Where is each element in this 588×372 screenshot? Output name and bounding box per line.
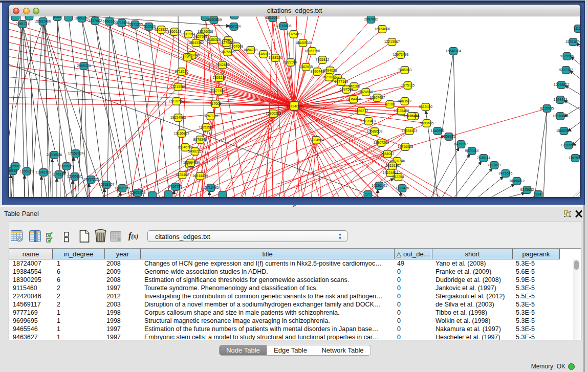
svg-text:18807249: 18807249	[374, 141, 389, 144]
svg-text:21364436: 21364436	[346, 97, 362, 101]
svg-text:16648784: 16648784	[446, 49, 462, 53]
svg-text:16120746: 16120746	[389, 159, 405, 163]
svg-text:746266: 746266	[349, 84, 360, 88]
svg-text:924: 924	[535, 192, 541, 196]
svg-text:10654112: 10654112	[509, 179, 525, 183]
svg-text:16671355: 16671355	[127, 23, 143, 26]
svg-text:7625402: 7625402	[176, 173, 189, 177]
svg-text:16046788: 16046788	[178, 145, 193, 149]
svg-text:417006: 417006	[210, 102, 222, 105]
svg-text:19654923: 19654923	[402, 129, 418, 133]
svg-text:17016504: 17016504	[561, 143, 577, 147]
svg-text:6497508: 6497508	[340, 87, 354, 91]
svg-text:8813054: 8813054	[266, 16, 280, 19]
svg-text:8427552: 8427552	[212, 89, 226, 93]
svg-text:8186328: 8186328	[207, 38, 221, 41]
svg-text:1362615: 1362615	[299, 65, 313, 69]
svg-text:1733426: 1733426	[396, 186, 409, 190]
svg-text:19166827: 19166827	[174, 132, 190, 135]
svg-text:17957223: 17957223	[83, 178, 99, 181]
svg-text:12942737: 12942737	[36, 170, 52, 174]
svg-text:2055721: 2055721	[16, 22, 30, 26]
svg-text:7955812: 7955812	[316, 58, 330, 61]
svg-text:14136141: 14136141	[372, 184, 387, 187]
svg-text:12923468: 12923468	[130, 191, 146, 194]
svg-text:11353594: 11353594	[199, 125, 214, 129]
svg-text:19756928: 19756928	[398, 145, 413, 148]
svg-text:4557: 4557	[334, 76, 341, 80]
svg-text:3024554: 3024554	[359, 90, 373, 94]
svg-text:8860128: 8860128	[168, 30, 182, 33]
svg-text:9474444: 9474444	[465, 149, 479, 152]
svg-text:171: 171	[365, 192, 371, 196]
svg-text:39159: 39159	[9, 169, 18, 172]
svg-text:11325419: 11325419	[286, 32, 301, 36]
svg-text:185061: 185061	[10, 164, 21, 168]
svg-text:1167533: 1167533	[569, 156, 580, 160]
svg-text:14099489: 14099489	[183, 161, 199, 164]
svg-text:18226058: 18226058	[198, 30, 213, 33]
svg-text:15692971: 15692971	[556, 129, 572, 133]
svg-text:19654983: 19654983	[170, 116, 186, 119]
svg-text:3267130: 3267130	[204, 114, 218, 118]
svg-text:9463627: 9463627	[398, 99, 412, 103]
svg-text:1145194: 1145194	[52, 172, 66, 176]
svg-text:16154808: 16154808	[375, 27, 390, 31]
svg-text:9146821: 9146821	[257, 52, 271, 56]
svg-text:7515526: 7515526	[142, 25, 156, 28]
svg-text:9699695: 9699695	[420, 121, 434, 125]
svg-text:10973493: 10973493	[393, 53, 409, 56]
svg-text:9777169: 9777169	[335, 80, 349, 83]
svg-text:19218506: 19218506	[276, 24, 292, 28]
svg-text:20206536: 20206536	[47, 153, 62, 157]
svg-text:1527602: 1527602	[89, 19, 102, 23]
svg-text:12905185: 12905185	[67, 174, 83, 178]
svg-text:1063: 1063	[53, 16, 61, 18]
svg-text:8215955: 8215955	[540, 106, 554, 110]
svg-text:7632621: 7632621	[488, 163, 502, 167]
svg-text:1156829: 1156829	[20, 169, 33, 173]
svg-text:9245652: 9245652	[520, 188, 534, 191]
svg-text:1244413: 1244413	[554, 98, 568, 101]
svg-text:10653267: 10653267	[74, 16, 90, 20]
svg-text:9358923: 9358923	[442, 135, 456, 138]
svg-text:12213967: 12213967	[384, 40, 400, 43]
svg-text:16107553: 16107553	[169, 99, 185, 103]
svg-text:10025488: 10025488	[394, 109, 409, 113]
svg-text:16961758: 16961758	[304, 49, 320, 53]
svg-text:7357224: 7357224	[227, 25, 241, 28]
svg-text:2718170: 2718170	[175, 70, 189, 73]
svg-text:16210643: 16210643	[553, 114, 569, 118]
svg-text:8912954: 8912954	[182, 32, 195, 36]
svg-text:1440954: 1440954	[431, 129, 445, 133]
svg-text:9129966: 9129966	[560, 54, 574, 58]
svg-text:9827503: 9827503	[194, 35, 208, 38]
svg-text:2967608: 2967608	[230, 45, 244, 48]
svg-text:18724007: 18724007	[286, 104, 302, 108]
svg-text:16495756: 16495756	[404, 114, 420, 118]
svg-text:9794028: 9794028	[323, 69, 337, 72]
svg-text:62160: 62160	[385, 102, 395, 106]
svg-text:16782759: 16782759	[115, 186, 130, 190]
svg-text:16543362: 16543362	[188, 41, 204, 45]
svg-text:15300293: 15300293	[266, 112, 281, 115]
svg-text:15716485: 15716485	[203, 186, 219, 189]
svg-text:16914479: 16914479	[192, 174, 208, 178]
svg-text:20691406: 20691406	[35, 19, 51, 23]
svg-text:9457791: 9457791	[169, 185, 183, 188]
svg-text:10807487: 10807487	[369, 96, 385, 99]
svg-text:10053809: 10053809	[206, 18, 222, 21]
svg-text:9227342: 9227342	[559, 68, 573, 72]
svg-text:989612: 989612	[182, 55, 193, 59]
svg-text:5498222: 5498222	[188, 149, 202, 153]
svg-text:9327508: 9327508	[220, 41, 233, 45]
svg-text:10688609: 10688609	[367, 129, 383, 133]
svg-text:2087682: 2087682	[364, 17, 378, 21]
svg-text:8878342: 8878342	[193, 138, 207, 141]
svg-text:1588520: 1588520	[269, 56, 282, 59]
svg-text:6479197: 6479197	[454, 142, 468, 146]
svg-text:17359924: 17359924	[68, 151, 84, 155]
svg-text:20975867: 20975867	[59, 164, 75, 168]
svg-text:15751074: 15751074	[565, 40, 580, 43]
svg-text:2905334: 2905334	[77, 64, 91, 68]
